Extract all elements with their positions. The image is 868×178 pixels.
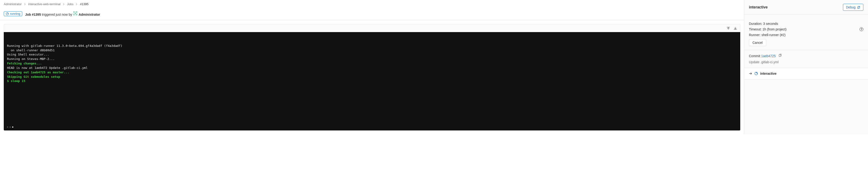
timeout-row: Timeout: 1h (from project) ? xyxy=(749,27,863,31)
trace-line: Fetching changes... xyxy=(7,61,737,66)
duration-row: Duration: 3 seconds xyxy=(749,22,863,26)
sidebar-job-name: interactive xyxy=(749,5,768,9)
avatar[interactable] xyxy=(73,11,78,16)
running-icon xyxy=(754,72,758,75)
scroll-bottom-button[interactable] xyxy=(734,27,737,30)
job-triggered-text: triggered just now by xyxy=(41,13,73,17)
build-trace[interactable]: Running with gitlab-runner 11.3.0~beta.6… xyxy=(4,32,740,130)
scroll-top-button[interactable] xyxy=(726,27,730,30)
breadcrumb-current: #1395 xyxy=(80,2,88,6)
svg-rect-2 xyxy=(75,11,76,12)
runner-value: shell-runner (#2) xyxy=(762,33,786,37)
trace-line: Checking out 1aeb4725 as master... xyxy=(7,70,737,75)
sidebar: interactive Debug Duration: 3 seconds Ti… xyxy=(744,0,868,134)
arrow-right-icon xyxy=(749,72,752,75)
svg-rect-10 xyxy=(779,55,781,57)
timeout-value: 1h (from project) xyxy=(763,27,786,31)
chevron-right-icon xyxy=(63,3,65,5)
trace-line: on shell-runner d8b80d51 xyxy=(7,48,737,53)
trace-line: Skipping Git submodules setup xyxy=(7,75,737,79)
debug-button[interactable]: Debug xyxy=(843,4,863,11)
runner-row: Runner: shell-runner (#2) xyxy=(749,33,863,37)
breadcrumb-link[interactable]: interactive-web-terminal xyxy=(28,2,61,6)
svg-rect-3 xyxy=(76,11,77,12)
duration-value: 3 seconds xyxy=(763,22,778,26)
svg-rect-9 xyxy=(76,14,77,15)
trace-line: Running with gitlab-runner 11.3.0~beta.6… xyxy=(7,44,737,48)
trace-toolbar xyxy=(4,24,740,32)
job-title: Job #1395 triggered just now by Ad xyxy=(25,11,100,17)
running-icon xyxy=(6,12,9,15)
stage-name: interactive xyxy=(760,72,777,76)
commit-message: Update .gitlab-ci.yml xyxy=(749,60,863,64)
debug-button-label: Debug xyxy=(846,5,856,9)
cancel-button[interactable]: Cancel xyxy=(749,39,766,46)
external-link-icon xyxy=(857,6,860,9)
commit-sha-link[interactable]: 1aeb4725 xyxy=(761,54,776,58)
chevron-right-icon xyxy=(24,3,26,5)
svg-rect-4 xyxy=(73,13,74,14)
svg-rect-6 xyxy=(76,13,77,14)
svg-rect-1 xyxy=(73,11,74,12)
commit-label: Commit xyxy=(749,54,760,58)
loading-dots xyxy=(7,126,13,128)
triggered-by-user[interactable]: Administrator xyxy=(79,13,100,17)
trace-line: Running on Steves-MBP-2... xyxy=(7,57,737,61)
breadcrumb-link[interactable]: Administrator xyxy=(4,2,22,6)
breadcrumbs: Administrator interactive-web-terminal J… xyxy=(0,0,744,8)
stage-row[interactable]: interactive xyxy=(744,68,868,80)
svg-rect-7 xyxy=(73,14,74,15)
breadcrumb-link[interactable]: Jobs xyxy=(67,2,73,6)
status-badge-label: running xyxy=(10,12,20,16)
duration-label: Duration: xyxy=(749,22,762,26)
trace-line: HEAD is now at 1aeb472 Update .gitlab-ci… xyxy=(7,66,737,70)
trace-line: $ sleep 15 xyxy=(7,79,737,83)
commit-row: Commit 1aeb4725 xyxy=(749,54,863,58)
svg-rect-8 xyxy=(75,14,76,15)
job-header: running Job #1395 triggered just now by xyxy=(0,8,744,20)
status-badge-running[interactable]: running xyxy=(4,11,22,16)
job-id: Job #1395 xyxy=(25,13,41,17)
help-icon[interactable]: ? xyxy=(860,27,863,31)
timeout-label: Timeout: xyxy=(749,27,762,31)
copy-icon[interactable] xyxy=(778,54,782,57)
svg-rect-5 xyxy=(75,13,76,14)
trace-line: Using Shell executor... xyxy=(7,53,737,57)
runner-label: Runner: xyxy=(749,33,761,37)
chevron-right-icon xyxy=(76,3,78,5)
